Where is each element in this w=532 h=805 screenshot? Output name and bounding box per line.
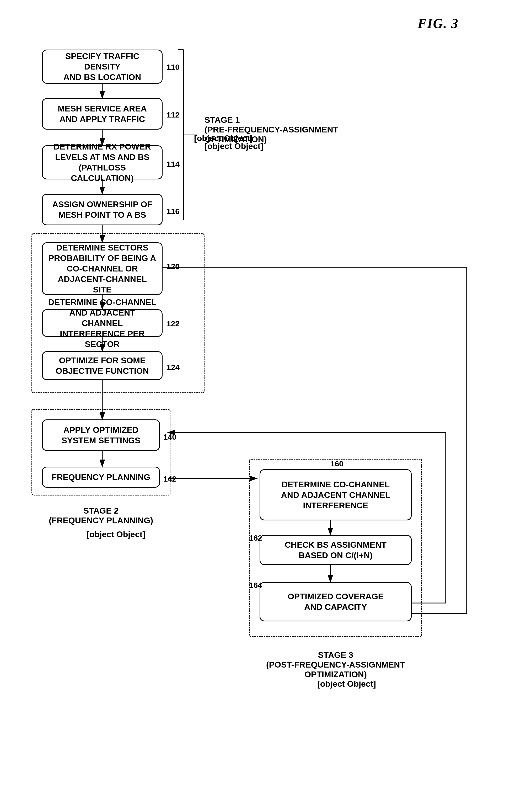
- box-124: OPTIMIZE FOR SOMEOBJECTIVE FUNCTION: [42, 351, 163, 380]
- box-160: DETERMINE CO-CHANNELAND ADJACENT CHANNEL…: [260, 469, 412, 520]
- box-110: SPECIFY TRAFFIC DENSITYAND BS LOCATION: [42, 50, 163, 84]
- box-140: APPLY OPTIMIZEDSYSTEM SETTINGS: [42, 419, 160, 451]
- page: FIG. 3: [0, 0, 532, 805]
- label-120: 120: [167, 262, 179, 271]
- box-114: DETERMINE RX POWERLEVELS AT MS AND BS(PA…: [42, 145, 163, 180]
- label-164: 164: [249, 581, 262, 589]
- label-124: 124: [167, 363, 179, 372]
- flowchart: SPECIFY TRAFFIC DENSITYAND BS LOCATION 1…: [21, 42, 509, 802]
- label-108: [object Object]: [194, 133, 253, 143]
- label-112: 112: [167, 110, 179, 119]
- box-116: ASSIGN OWNERSHIP OFMESH POINT TO A BS: [42, 194, 163, 225]
- stage-3-num: [object Object]: [317, 679, 376, 689]
- label-116: 116: [167, 207, 179, 216]
- label-140: 140: [163, 432, 176, 442]
- box-112: MESH SERVICE AREAAND APPLY TRAFFIC: [42, 98, 163, 130]
- stage-2-title: STAGE 2(FREQUENCY PLANNING): [42, 506, 160, 525]
- box-142: FREQUENCY PLANNING: [42, 467, 160, 488]
- box-120: DETERMINE SECTORSPROBABILITY OF BEING AC…: [42, 242, 163, 295]
- stage-3-title: STAGE 3(POST-FREQUENCY-ASSIGNMENT OPTIMI…: [249, 650, 422, 679]
- box-162: CHECK BS ASSIGNMENTBASED ON C/(I+N): [260, 535, 412, 565]
- stage-2-num: [object Object]: [87, 529, 145, 539]
- label-162: 162: [249, 533, 262, 542]
- figure-title: FIG. 3: [21, 16, 459, 31]
- box-164: OPTIMIZED COVERAGEAND CAPACITY: [260, 582, 412, 621]
- label-110: 110: [167, 63, 179, 72]
- label-114: 114: [167, 160, 179, 169]
- label-160: 160: [330, 459, 343, 468]
- box-122: DETERMINE CO-CHANNELAND ADJACENT CHANNEL…: [42, 309, 163, 337]
- label-142: 142: [163, 474, 176, 483]
- label-122: 122: [167, 319, 179, 328]
